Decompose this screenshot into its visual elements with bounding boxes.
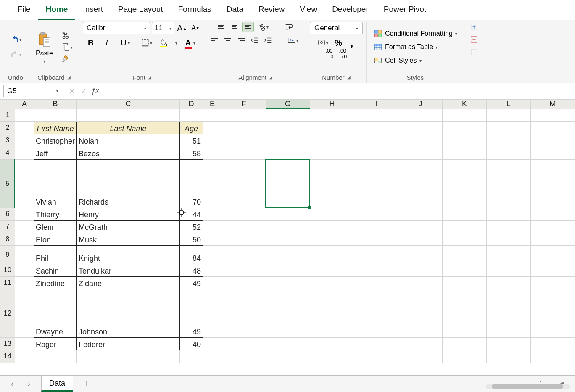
cell-J7[interactable] xyxy=(398,220,442,233)
cell-F7[interactable] xyxy=(222,220,266,233)
tab-review[interactable]: Review xyxy=(251,0,292,20)
wrap-text-button[interactable] xyxy=(282,22,296,32)
cell-H13[interactable] xyxy=(310,337,354,350)
cell-F12[interactable] xyxy=(222,289,266,337)
cell-E3[interactable] xyxy=(203,134,222,147)
conditional-formatting-button[interactable]: Conditional Formatting▾ xyxy=(370,27,461,40)
cell-J5[interactable] xyxy=(398,159,442,208)
cell-G3[interactable] xyxy=(266,134,310,147)
cell-K11[interactable] xyxy=(442,276,486,289)
cell-B2[interactable]: First Name xyxy=(34,121,76,134)
increase-font-button[interactable]: A▲ xyxy=(176,23,188,33)
format-cells-button[interactable] xyxy=(468,47,480,57)
cell-G10[interactable] xyxy=(266,264,310,276)
cell-F3[interactable] xyxy=(222,134,266,147)
cell-A8[interactable] xyxy=(15,233,34,245)
cell-E12[interactable] xyxy=(203,289,222,337)
cell-A12[interactable] xyxy=(15,289,34,337)
italic-button[interactable]: I xyxy=(101,38,113,48)
cell-J2[interactable] xyxy=(398,121,442,134)
cell-A5[interactable] xyxy=(15,159,34,208)
cell-B4[interactable]: Jeff xyxy=(34,147,76,159)
cell-G13[interactable] xyxy=(266,337,310,350)
cell-L10[interactable] xyxy=(486,264,530,276)
tab-file[interactable]: File xyxy=(10,0,38,20)
col-header-B[interactable]: B xyxy=(34,100,76,109)
row-header-13[interactable]: 13 xyxy=(0,337,15,350)
cell-A10[interactable] xyxy=(15,264,34,276)
cell-E5[interactable] xyxy=(203,159,222,208)
cell-C13[interactable]: Federer xyxy=(77,337,180,350)
cell-H5[interactable] xyxy=(310,159,354,208)
col-header-M[interactable]: M xyxy=(530,100,575,109)
cell-H3[interactable] xyxy=(310,134,354,147)
cell-B8[interactable]: Elon xyxy=(34,233,76,245)
align-middle-button[interactable] xyxy=(229,22,240,32)
cell-A13[interactable] xyxy=(15,337,34,350)
cell-B12[interactable]: Dwayne xyxy=(34,289,76,337)
cell-B11[interactable]: Zinedine xyxy=(34,276,76,289)
cell-K10[interactable] xyxy=(442,264,486,276)
cell-D14[interactable] xyxy=(180,350,203,363)
cell-L4[interactable] xyxy=(486,147,530,159)
cell-E7[interactable] xyxy=(203,220,222,233)
copy-button[interactable]: ▾ xyxy=(59,42,76,52)
col-header-I[interactable]: I xyxy=(354,100,398,109)
cell-G1[interactable] xyxy=(266,109,310,121)
format-as-table-button[interactable]: Format as Table▾ xyxy=(370,41,461,53)
col-header-J[interactable]: J xyxy=(398,100,442,109)
tab-page-layout[interactable]: Page Layout xyxy=(111,0,171,20)
cell-G11[interactable] xyxy=(266,276,310,289)
cell-B10[interactable]: Sachin xyxy=(34,264,76,276)
cell-A7[interactable] xyxy=(15,220,34,233)
tab-data[interactable]: Data xyxy=(219,0,251,20)
cell-H10[interactable] xyxy=(310,264,354,276)
sheet-nav-prev[interactable]: ‹ xyxy=(8,378,17,390)
align-center-button[interactable] xyxy=(222,35,234,45)
cell-M12[interactable] xyxy=(530,289,575,337)
col-header-D[interactable]: D xyxy=(180,100,203,109)
cell-B14[interactable] xyxy=(34,350,76,363)
cell-C11[interactable]: Zidane xyxy=(77,276,180,289)
cell-A4[interactable] xyxy=(15,147,34,159)
cell-K4[interactable] xyxy=(442,147,486,159)
increase-indent-button[interactable] xyxy=(262,35,274,45)
cell-G12[interactable] xyxy=(266,289,310,337)
tab-view[interactable]: View xyxy=(292,0,324,20)
cell-A3[interactable] xyxy=(15,134,34,147)
row-header-5[interactable]: 5 xyxy=(0,159,15,208)
cell-E9[interactable] xyxy=(203,245,222,264)
accounting-format-button[interactable]: ▾ xyxy=(315,38,331,48)
row-header-3[interactable]: 3 xyxy=(0,134,15,147)
cell-L5[interactable] xyxy=(486,159,530,208)
cell-I14[interactable] xyxy=(354,350,398,363)
cell-K14[interactable] xyxy=(442,350,486,363)
cell-E10[interactable] xyxy=(203,264,222,276)
col-header-G[interactable]: G xyxy=(266,100,310,109)
comma-format-button[interactable]: , xyxy=(346,38,358,48)
cell-F2[interactable] xyxy=(222,121,266,134)
cell-H11[interactable] xyxy=(310,276,354,289)
cell-J11[interactable] xyxy=(398,276,442,289)
redo-button[interactable]: ▾ xyxy=(6,48,25,61)
font-name-select[interactable]: Calibri▾ xyxy=(83,22,150,34)
cell-E13[interactable] xyxy=(203,337,222,350)
cell-M7[interactable] xyxy=(530,220,575,233)
col-header-H[interactable]: H xyxy=(310,100,354,109)
enter-formula-button[interactable]: ✓ xyxy=(78,87,90,96)
cell-C7[interactable]: McGrath xyxy=(77,220,180,233)
cell-D3[interactable]: 51 xyxy=(180,134,203,147)
cell-J8[interactable] xyxy=(398,233,442,245)
cell-L6[interactable] xyxy=(486,208,530,220)
cell-H6[interactable] xyxy=(310,208,354,220)
number-launcher[interactable]: ◢ xyxy=(347,75,351,80)
cell-K6[interactable] xyxy=(442,208,486,220)
cell-D5[interactable]: 70 xyxy=(180,159,203,208)
cell-J14[interactable] xyxy=(398,350,442,363)
cell-M1[interactable] xyxy=(530,109,575,121)
cell-I6[interactable] xyxy=(354,208,398,220)
cell-I9[interactable] xyxy=(354,245,398,264)
cell-M3[interactable] xyxy=(530,134,575,147)
cell-E6[interactable] xyxy=(203,208,222,220)
cell-F10[interactable] xyxy=(222,264,266,276)
